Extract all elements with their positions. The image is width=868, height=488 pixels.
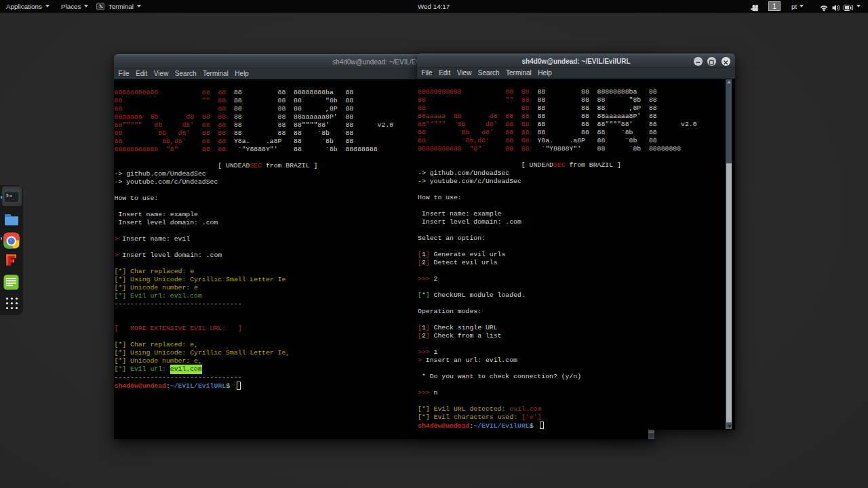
svg-text:$: $ <box>6 193 9 198</box>
